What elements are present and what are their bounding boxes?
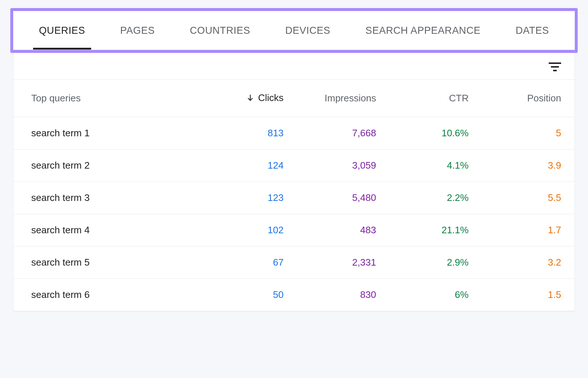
- cell-ctr: 4.1%: [389, 149, 482, 181]
- cell-clicks: 813: [204, 117, 297, 149]
- queries-table: Top queries Clicks Impressions CTR P: [14, 79, 574, 311]
- table-row[interactable]: search term 1 813 7,668 10.6% 5: [14, 117, 574, 149]
- cell-ctr: 6%: [389, 278, 482, 311]
- table-panel: Top queries Clicks Impressions CTR P: [13, 53, 575, 312]
- cell-position: 5.5: [482, 181, 574, 214]
- tab-label: DATES: [516, 25, 549, 36]
- app-root: QUERIES PAGES COUNTRIES DEVICES SEARCH A…: [0, 0, 588, 378]
- tabs-highlight-frame: QUERIES PAGES COUNTRIES DEVICES SEARCH A…: [10, 8, 578, 53]
- cell-query: search term 3: [14, 181, 204, 214]
- cell-position: 1.7: [482, 214, 574, 246]
- col-header-impressions[interactable]: Impressions: [297, 80, 390, 117]
- tab-label: QUERIES: [39, 25, 85, 36]
- cell-position: 3.9: [482, 149, 574, 181]
- col-header-ctr[interactable]: CTR: [389, 80, 482, 117]
- col-header-query[interactable]: Top queries: [14, 80, 204, 117]
- tab-label: SEARCH APPEARANCE: [365, 25, 480, 36]
- col-header-label: Position: [527, 93, 562, 104]
- cell-position: 5: [482, 117, 574, 149]
- table-header-row: Top queries Clicks Impressions CTR P: [14, 80, 574, 117]
- col-header-label: CTR: [449, 93, 469, 104]
- cell-ctr: 2.2%: [389, 181, 482, 214]
- cell-ctr: 10.6%: [389, 117, 482, 149]
- col-header-label: Clicks: [258, 92, 283, 103]
- tab-queries[interactable]: QUERIES: [35, 12, 89, 49]
- dimension-tabbar: QUERIES PAGES COUNTRIES DEVICES SEARCH A…: [13, 11, 575, 50]
- cell-query: search term 2: [14, 149, 204, 181]
- tab-dates[interactable]: DATES: [512, 12, 553, 49]
- table-toolbar: [14, 53, 574, 79]
- cell-clicks: 124: [204, 149, 297, 181]
- cell-ctr: 21.1%: [389, 214, 482, 246]
- cell-clicks: 50: [204, 278, 297, 311]
- col-header-label: Impressions: [325, 93, 376, 104]
- cell-query: search term 1: [14, 117, 204, 149]
- cell-query: search term 4: [14, 214, 204, 246]
- tab-countries[interactable]: COUNTRIES: [186, 12, 254, 49]
- table-row[interactable]: search term 2 124 3,059 4.1% 3.9: [14, 149, 574, 181]
- cell-impressions: 5,480: [297, 181, 390, 214]
- tab-pages[interactable]: PAGES: [116, 12, 158, 49]
- tab-devices[interactable]: DEVICES: [282, 12, 334, 49]
- filter-icon[interactable]: [549, 62, 561, 72]
- cell-clicks: 67: [204, 246, 297, 278]
- cell-clicks: 123: [204, 181, 297, 214]
- tab-label: PAGES: [120, 25, 155, 36]
- cell-clicks: 102: [204, 214, 297, 246]
- col-header-position[interactable]: Position: [482, 80, 574, 117]
- arrow-down-icon: [246, 93, 254, 104]
- col-header-clicks[interactable]: Clicks: [204, 80, 297, 117]
- cell-impressions: 483: [297, 214, 390, 246]
- cell-impressions: 3,059: [297, 149, 390, 181]
- cell-impressions: 7,668: [297, 117, 390, 149]
- cell-ctr: 2.9%: [389, 246, 482, 278]
- cell-query: search term 6: [14, 278, 204, 311]
- tab-search-appearance[interactable]: SEARCH APPEARANCE: [362, 12, 484, 49]
- cell-position: 1.5: [482, 278, 574, 311]
- cell-impressions: 830: [297, 278, 390, 311]
- table-row[interactable]: search term 4 102 483 21.1% 1.7: [14, 214, 574, 246]
- table-row[interactable]: search term 6 50 830 6% 1.5: [14, 278, 574, 311]
- tab-label: COUNTRIES: [190, 25, 250, 36]
- col-header-label: Top queries: [31, 93, 80, 104]
- table-row[interactable]: search term 3 123 5,480 2.2% 5.5: [14, 181, 574, 214]
- cell-impressions: 2,331: [297, 246, 390, 278]
- cell-position: 3.2: [482, 246, 574, 278]
- cell-query: search term 5: [14, 246, 204, 278]
- table-row[interactable]: search term 5 67 2,331 2.9% 3.2: [14, 246, 574, 278]
- tab-label: DEVICES: [285, 25, 330, 36]
